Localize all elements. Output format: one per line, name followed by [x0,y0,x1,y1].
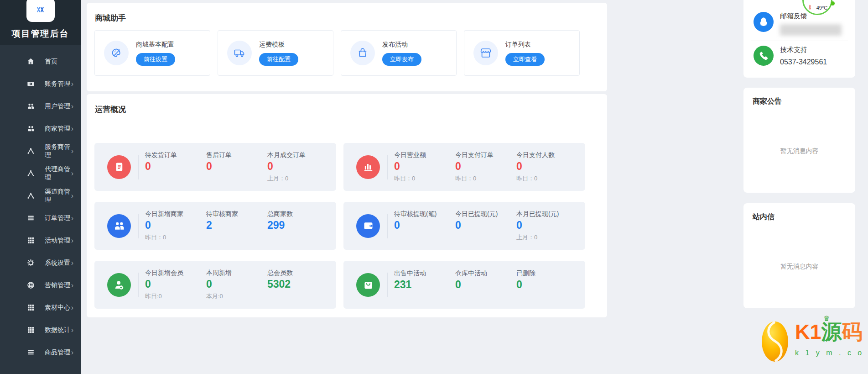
stat-value: 299 [267,220,328,231]
globe-icon [26,281,35,290]
stat-value: 0 [516,279,577,290]
sidebar-item[interactable]: 首页 [0,50,81,73]
stat-sub-value [516,293,577,300]
stat-sub-value [394,233,455,241]
stat-label: 已删除 [516,269,577,278]
stat-tile: 今日新增商家 0 昨日：0 待审核商家 2 总商家数 299 [94,202,336,250]
sidebar-item-label: 账务管理 [45,80,70,88]
stat-value: 0 [516,220,577,231]
chart-icon [356,155,380,179]
stat-value: 0 [394,220,455,231]
sidebar-item-label: 服务商管理 [45,143,71,159]
stat-tile: 待发货订单 0 售后订单 0 本月成交订单 0 上月：0 [94,143,336,191]
stat-value: 0 [267,161,328,172]
grid-icon [26,326,35,334]
sidebar-item-label: 活动管理 [45,237,70,245]
home-icon [26,57,35,66]
stat-col: 本月成交订单 0 上月：0 [267,151,328,182]
stat-tile: 出售中活动 231 仓库中活动 0 已删除 0 [343,261,585,309]
sidebar-item[interactable]: 服务商管理 › [0,140,81,162]
store-icon [473,41,498,65]
sidebar-item-label: 商家管理 [45,125,70,133]
watermark-ma: 码 [842,320,863,343]
assist-card-button[interactable]: 立即发布 [382,53,421,66]
sidebar-item[interactable]: 商家管理 › [0,117,81,140]
assist-card-button[interactable]: 前往设置 [136,53,175,66]
stat-col: 本周新增 0 本月:0 [206,269,267,300]
stat-tile: 待审核提现(笔) 0 今日已提现(元) 0 本月已提现(元) 0 上月：0 [343,202,585,250]
chevron-right-icon: › [71,170,73,177]
email-feedback-row[interactable]: 邮箱反馈 [754,12,842,36]
stat-sub-value [206,174,267,182]
stat-tile: 今日新增会员 0 昨日:0 本周新增 0 本月:0 总会员数 5302 [94,261,336,309]
sidebar-item[interactable]: 素材中心 › [0,296,81,319]
sidebar-item-label: 素材中心 [45,304,70,312]
stat-col: 总商家数 299 [267,210,328,241]
stat-sub-value [394,293,455,300]
qq-icon [754,12,774,32]
sidebar-item[interactable]: 代理商管理 › [0,162,81,184]
stat-col: 待发货订单 0 [145,151,206,182]
stat-col: 仓库中活动 0 [455,269,516,300]
merchant-notice-empty: 暂无消息内容 [743,147,855,155]
site-mail-card: 站内信 暂无消息内容 [743,203,855,308]
sidebar-item[interactable]: 数据统计 › [0,319,81,341]
stat-col: 本月已提现(元) 0 上月：0 [516,210,577,241]
divider [751,41,848,41]
stat-col: 待审核商家 2 [206,210,267,241]
stat-sub-value: 上月：0 [267,174,328,183]
chevron-right-icon: › [71,259,73,267]
sidebar: 项目管理后台 首页 账务管理 › 用户管理 › 商家管理 › 服务商管理 [0,0,81,374]
stat-col: 今日新增会员 0 昨日:0 [145,269,206,300]
sidebar-item[interactable]: 活动管理 › [0,229,81,252]
stat-label: 今日新增商家 [145,210,206,218]
stat-col: 出售中活动 231 [394,269,455,300]
site-mail-title: 站内信 [743,203,855,222]
assist-card-button[interactable]: 立即查看 [505,53,545,66]
stat-value: 231 [394,279,455,290]
sidebar-item-label: 用户管理 [45,102,70,111]
stat-sub-value [145,174,206,182]
gear-icon [26,258,35,267]
stat-sub-value [206,233,267,241]
sidebar-logo-block: 项目管理后台 [0,0,81,45]
stat-col: 今日支付订单 0 昨日：0 [455,151,516,182]
assist-card-button[interactable]: 前往配置 [259,53,298,66]
stat-value: 0 [516,161,577,172]
stat-columns: 今日新增会员 0 昨日:0 本周新增 0 本月:0 总会员数 5302 [139,269,336,300]
tech-support-label: 技术支持 [780,46,827,54]
sidebar-item-label: 数据统计 [45,326,70,334]
stat-label: 今日支付人数 [516,151,577,159]
stat-value: 0 [145,220,206,231]
sidebar-menu: 首页 账务管理 › 用户管理 › 商家管理 › 服务商管理 › 代理商管理 [0,45,81,363]
watermark-brand: K1源码 [795,321,863,342]
sidebar-item[interactable]: 用户管理 › [0,95,81,117]
operations-overview-panel: 运营概况 待发货订单 0 售后订单 0 [87,94,607,317]
sidebar-item[interactable]: 订单管理 › [0,207,81,229]
stat-label: 总会员数 [267,269,328,277]
logo-xx-icon [36,4,45,16]
sidebar-item[interactable]: 营销管理 › [0,274,81,296]
assist-card-info: 订单列表 立即查看 [505,41,545,66]
sidebar-item[interactable]: 渠道商管理 › [0,184,81,207]
sidebar-item[interactable]: 账务管理 › [0,73,81,95]
sidebar-item[interactable]: 商品管理 › [0,341,81,363]
stat-label: 本月已提现(元) [516,210,577,218]
stat-col: 今日新增商家 0 昨日：0 [145,210,206,241]
stat-value: 0 [455,161,516,172]
sidebar-item[interactable]: 系统设置 › [0,252,81,274]
tech-support-row: 技术支持 0537-3429561 [754,46,827,66]
stat-columns: 待审核提现(笔) 0 今日已提现(元) 0 本月已提现(元) 0 上月：0 [388,210,585,241]
watermark: K1源码 ♛ k 1 y m . c o m [755,315,868,374]
chevron-right-icon: › [71,80,73,88]
stat-col: 今日营业额 0 昨日：0 [394,151,455,182]
stat-sub-value: 昨日:0 [145,292,206,300]
status-dot [831,1,835,5]
watermark-domain: k 1 y m . c o m [795,349,868,357]
assist-card-label: 发布活动 [382,41,421,49]
stat-sub-value: 昨日：0 [455,174,516,183]
contact-card: 邮箱反馈 技术支持 0537-3429561 [743,0,855,78]
stat-sub-value [455,293,516,300]
chevron-right-icon: › [71,103,73,110]
chevron-right-icon: › [71,192,73,200]
